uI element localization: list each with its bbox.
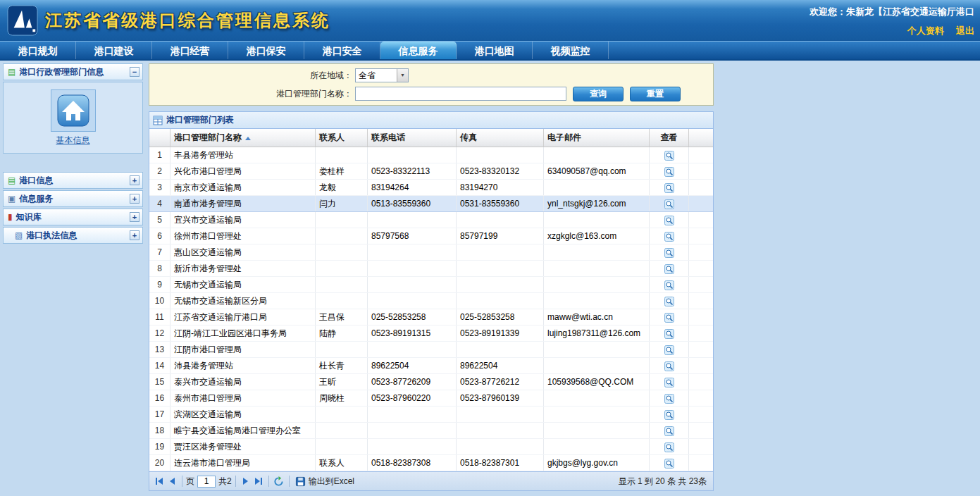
view-detail-icon[interactable]	[664, 264, 674, 276]
view-detail-icon[interactable]	[664, 393, 674, 406]
profile-link[interactable]: 个人资料	[907, 25, 944, 36]
page-number-input[interactable]	[197, 476, 216, 488]
sidebar-section-2[interactable]: ▤港口信息+	[3, 172, 143, 189]
table-row[interactable]: 15泰兴市交通运输局王昕0523-877262090523-8772621210…	[149, 374, 713, 390]
view-detail-icon[interactable]	[664, 215, 674, 228]
table-row[interactable]: 20连云港市港口管理局联系人0518-823873080518-82387301…	[149, 455, 713, 471]
collapse-button[interactable]: −	[130, 67, 139, 77]
cell-filler	[689, 277, 713, 292]
export-excel-button[interactable]: 输出到Excel	[295, 476, 354, 488]
view-detail-icon[interactable]	[664, 199, 674, 211]
cell-fax: 0523-87726212	[457, 374, 544, 390]
cell-contact	[316, 277, 368, 292]
last-page-button[interactable]	[252, 475, 265, 488]
view-detail-icon[interactable]	[664, 150, 674, 163]
nav-tab-5[interactable]: 港口安全	[304, 42, 380, 59]
sidebar-section-3[interactable]: ▣信息服务+	[3, 190, 143, 207]
separator	[235, 476, 236, 487]
nav-tab-7[interactable]: 港口地图	[457, 42, 533, 59]
table-row[interactable]: 14沛县港务管理站杜长青8962250489622504	[149, 358, 713, 374]
view-detail-icon[interactable]	[664, 312, 674, 325]
department-name-input[interactable]	[355, 87, 566, 101]
view-detail-icon[interactable]	[664, 426, 674, 438]
header-contact[interactable]: 联系人	[316, 129, 368, 147]
cell-phone	[368, 439, 457, 454]
view-detail-icon[interactable]	[664, 328, 674, 341]
nav-tab-8[interactable]: 视频监控	[533, 42, 609, 59]
nav-tab-3[interactable]: 港口经营	[152, 42, 228, 59]
table-row[interactable]: 11江苏省交通运输厅港口局王昌保025-52853258025-52853258…	[149, 309, 713, 326]
cell-phone	[368, 212, 457, 228]
header-fax[interactable]: 传真	[457, 129, 544, 147]
sidebar-section-port-admin-info[interactable]: ▤ 港口行政管理部门信息 −	[3, 63, 143, 80]
table-row[interactable]: 7惠山区交通运输局	[149, 244, 713, 261]
table-row[interactable]: 13江阴市港口管理局	[149, 342, 713, 358]
table-row[interactable]: 16泰州市港口管理局周晓柱0523-879602200523-87960139	[149, 390, 713, 407]
cell-contact: 闫力	[316, 196, 368, 211]
table-row[interactable]: 17滨湖区交通运输局	[149, 407, 713, 423]
reset-button[interactable]: 重置	[630, 87, 681, 101]
basic-info-item[interactable]	[51, 89, 96, 132]
view-detail-icon[interactable]	[664, 166, 674, 179]
cell-email	[544, 342, 650, 357]
view-detail-icon[interactable]	[664, 231, 674, 244]
row-number: 2	[149, 163, 170, 179]
nav-tab-4[interactable]: 港口保安	[228, 42, 304, 59]
row-number: 4	[149, 196, 170, 211]
header-phone[interactable]: 联系电话	[368, 129, 457, 147]
table-row[interactable]: 3南京市交通运输局龙毅8319426483194270	[149, 180, 713, 196]
header-view[interactable]: 查看	[650, 129, 689, 147]
next-page-button[interactable]	[240, 475, 252, 488]
expand-button[interactable]: +	[130, 175, 139, 185]
view-detail-icon[interactable]	[664, 377, 674, 390]
refresh-button[interactable]	[273, 475, 285, 488]
view-detail-icon[interactable]	[664, 458, 674, 471]
expand-button[interactable]: +	[130, 230, 139, 240]
view-detail-icon[interactable]	[664, 296, 674, 309]
table-row[interactable]: 10无锡市交通运输新区分局	[149, 293, 713, 309]
first-page-button[interactable]	[153, 475, 166, 488]
table-row[interactable]: 4南通市港务管理局闫力0513-835593600531-83559360ynl…	[149, 196, 713, 212]
view-detail-icon[interactable]	[664, 182, 674, 195]
expand-button[interactable]: +	[130, 194, 139, 204]
cell-contact: 王昌保	[316, 309, 368, 325]
prev-page-button[interactable]	[166, 475, 178, 488]
view-detail-icon[interactable]	[664, 247, 674, 260]
sidebar-section-5[interactable]: ▧港口执法信息+	[3, 227, 143, 244]
region-select[interactable]: 全省 ▼	[355, 68, 409, 82]
expand-button[interactable]: +	[130, 212, 139, 222]
header-department-name[interactable]: 港口管理部门名称	[170, 129, 316, 147]
view-detail-icon[interactable]	[664, 361, 674, 373]
table-row[interactable]: 8新沂市港务管理处	[149, 261, 713, 277]
view-detail-icon[interactable]	[664, 442, 674, 454]
nav-tab-6[interactable]: 信息服务	[380, 42, 457, 59]
header-email[interactable]: 电子邮件	[544, 129, 650, 147]
table-row[interactable]: 1丰县港务管理站	[149, 147, 713, 163]
cell-contact	[316, 244, 368, 260]
nav-tab-1[interactable]: 港口规划	[0, 42, 76, 59]
cell-phone: 0513-83559360	[368, 196, 457, 211]
sidebar-section-4[interactable]: ▮知识库+	[3, 209, 143, 225]
view-detail-icon[interactable]	[664, 409, 674, 422]
row-number: 6	[149, 228, 170, 244]
table-row[interactable]: 6徐州市港口管理处8579756885797199xzgkglc@163.com	[149, 228, 713, 244]
view-detail-icon[interactable]	[664, 345, 674, 357]
view-detail-icon[interactable]	[664, 280, 674, 292]
table-row[interactable]: 9无锡市交通运输局	[149, 277, 713, 293]
nav-tab-2[interactable]: 港口建设	[76, 42, 152, 59]
basic-info-label[interactable]: 基本信息	[56, 135, 90, 147]
table-row[interactable]: 19贾汪区港务管理处	[149, 439, 713, 455]
table-row[interactable]: 2兴化市港口管理局娄桂样0523-833221130523-8332013263…	[149, 163, 713, 180]
table-row[interactable]: 12江阴-靖江工业园区港口事务局陆静0523-891913150523-8919…	[149, 326, 713, 342]
logout-link[interactable]: 退出	[956, 25, 974, 36]
grid-header: 港口管理部门名称 联系人 联系电话 传真 电子邮件 查看	[149, 129, 713, 147]
table-row[interactable]: 5宜兴市交通运输局	[149, 212, 713, 228]
cell-contact	[316, 439, 368, 454]
table-row[interactable]: 18睢宁县交通运输局港口管理办公室	[149, 423, 713, 439]
cell-email	[544, 244, 650, 260]
law-enforce-icon: ▧	[15, 231, 23, 240]
query-button[interactable]: 查询	[573, 87, 624, 101]
panel-title-bar: 港口管理部门列表	[149, 112, 713, 129]
cell-filler	[689, 342, 713, 357]
cell-fax	[457, 212, 544, 228]
